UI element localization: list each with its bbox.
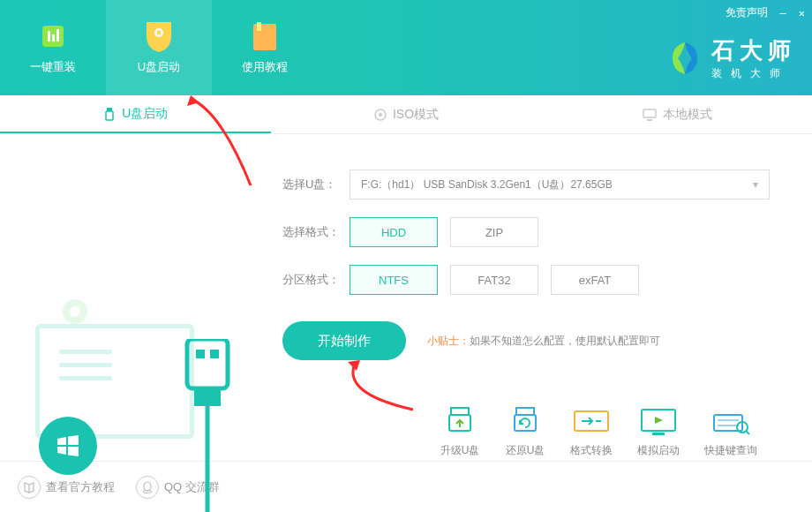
svg-rect-26 <box>652 433 665 435</box>
svg-rect-15 <box>187 339 228 388</box>
chevron-down-icon: ▾ <box>753 178 758 191</box>
svg-point-33 <box>143 490 152 493</box>
format-option-group: HDD ZIP <box>350 217 538 247</box>
label-select-format: 选择格式： <box>282 224 350 240</box>
nav-tab-label: 使用教程 <box>242 59 288 75</box>
svg-rect-22 <box>516 408 534 415</box>
logo-icon <box>665 39 704 78</box>
qq-icon <box>136 476 159 499</box>
svg-rect-17 <box>210 350 219 358</box>
svg-rect-16 <box>196 350 205 358</box>
tip-text: 小贴士：如果不知道怎么配置，使用默认配置即可 <box>427 334 660 349</box>
svg-rect-2 <box>52 34 55 41</box>
subtab-label: U盘启动 <box>122 106 168 122</box>
tool-simulate-boot[interactable]: 模拟启动 <box>637 406 680 458</box>
footer-label: 查看官方教程 <box>46 479 115 495</box>
logo: 石大师 装机大师 <box>665 35 796 81</box>
svg-rect-20 <box>451 408 469 415</box>
minimize-button[interactable]: — <box>780 7 786 19</box>
nav-tab-usb-boot[interactable]: U盘启动 <box>106 0 212 95</box>
svg-rect-12 <box>647 119 652 121</box>
tool-restore-usb[interactable]: 还原U盘 <box>505 406 545 458</box>
subtab-label: 本地模式 <box>663 107 712 123</box>
shortcut-query-icon <box>710 406 751 438</box>
svg-rect-18 <box>194 388 221 406</box>
svg-line-31 <box>746 431 749 434</box>
tool-format-convert[interactable]: 格式转换 <box>570 406 613 458</box>
usb-icon <box>102 107 117 121</box>
svg-point-14 <box>70 306 80 317</box>
label-select-usb: 选择U盘： <box>282 177 350 192</box>
logo-main: 石大师 <box>711 35 796 66</box>
logo-sub: 装机大师 <box>711 66 796 81</box>
option-exfat[interactable]: exFAT <box>551 265 639 295</box>
option-ntfs[interactable]: NTFS <box>350 265 438 295</box>
svg-rect-3 <box>56 29 59 41</box>
nav-tabs: 一键重装 U盘启动 使用教程 <box>0 0 318 95</box>
usb-dropdown[interactable]: F:G:（hd1） USB SanDisk 3.2Gen1（U盘）27.65GB… <box>350 169 770 200</box>
subtab-local[interactable]: 本地模式 <box>541 95 812 133</box>
usb-dropdown-value: F:G:（hd1） USB SanDisk 3.2Gen1（U盘）27.65GB <box>361 177 613 192</box>
svg-point-10 <box>379 113 382 117</box>
simulate-boot-icon <box>638 406 679 438</box>
book-icon <box>18 476 41 499</box>
nav-tab-reinstall[interactable]: 一键重装 <box>0 0 106 95</box>
subtab-usb-boot[interactable]: U盘启动 <box>0 95 271 133</box>
svg-rect-1 <box>48 31 50 41</box>
svg-rect-8 <box>106 111 113 120</box>
option-zip[interactable]: ZIP <box>450 217 538 247</box>
row-select-format: 选择格式： HDD ZIP <box>282 217 784 247</box>
close-button[interactable]: ✕ <box>799 7 805 19</box>
reload-icon <box>37 20 69 52</box>
tool-upgrade-usb[interactable]: 升级U盘 <box>440 406 480 458</box>
illustration <box>0 134 274 461</box>
nav-tab-label: 一键重装 <box>30 59 76 75</box>
disclaimer-link[interactable]: 免责声明 <box>726 5 768 20</box>
svg-point-32 <box>144 482 151 491</box>
svg-rect-5 <box>253 24 276 50</box>
row-partition-format: 分区格式： NTFS FAT32 exFAT <box>282 265 784 295</box>
tool-label: 升级U盘 <box>440 443 480 458</box>
header: 一键重装 U盘启动 使用教程 免责声明 — ✕ 石大师 装机大师 <box>0 0 812 95</box>
svg-rect-6 <box>257 22 261 31</box>
subtab-label: ISO模式 <box>393 107 439 123</box>
tool-shortcut-query[interactable]: 快捷键查询 <box>704 406 757 458</box>
tool-label: 模拟启动 <box>637 443 680 458</box>
label-partition-format: 分区格式： <box>282 272 350 288</box>
option-hdd[interactable]: HDD <box>350 217 438 247</box>
tool-label: 格式转换 <box>570 443 613 458</box>
titlebar: 免责声明 — ✕ <box>726 5 805 20</box>
logo-text: 石大师 装机大师 <box>711 35 796 81</box>
content: 选择U盘： F:G:（hd1） USB SanDisk 3.2Gen1（U盘）2… <box>0 134 812 461</box>
tip-prefix: 小贴士： <box>427 335 470 347</box>
svg-rect-11 <box>643 109 656 117</box>
restore-usb-icon <box>505 406 545 438</box>
action-row: 开始制作 小贴士：如果不知道怎么配置，使用默认配置即可 <box>282 321 784 360</box>
tip-body: 如果不知道怎么配置，使用默认配置即可 <box>470 335 660 347</box>
tool-label: 快捷键查询 <box>704 443 757 458</box>
nav-tab-tutorial[interactable]: 使用教程 <box>212 0 318 95</box>
iso-icon <box>373 108 387 122</box>
tool-label: 还原U盘 <box>506 443 545 458</box>
svg-rect-23 <box>515 415 536 431</box>
format-convert-icon <box>571 406 612 438</box>
partition-option-group: NTFS FAT32 exFAT <box>350 265 639 295</box>
usb-shield-icon <box>143 20 175 52</box>
footer-tutorial-button[interactable]: 查看官方教程 <box>18 476 115 499</box>
upgrade-usb-icon <box>440 406 480 438</box>
local-icon <box>642 108 658 122</box>
usb-plug-illustration <box>177 339 238 512</box>
form-area: 选择U盘： F:G:（hd1） USB SanDisk 3.2Gen1（U盘）2… <box>274 134 812 461</box>
subtab-iso[interactable]: ISO模式 <box>271 95 542 133</box>
row-select-usb: 选择U盘： F:G:（hd1） USB SanDisk 3.2Gen1（U盘）2… <box>282 169 784 200</box>
windows-badge-icon <box>39 417 97 475</box>
start-button[interactable]: 开始制作 <box>282 321 406 360</box>
tutorial-icon <box>249 20 281 52</box>
nav-tab-label: U盘启动 <box>138 59 180 75</box>
bottom-tools: 升级U盘 还原U盘 格式转换 模拟启动 快捷键查询 <box>282 406 784 458</box>
option-fat32[interactable]: FAT32 <box>450 265 538 295</box>
subtabs: U盘启动 ISO模式 本地模式 <box>0 95 812 134</box>
footer: 查看官方教程 QQ 交流群 <box>0 461 812 512</box>
